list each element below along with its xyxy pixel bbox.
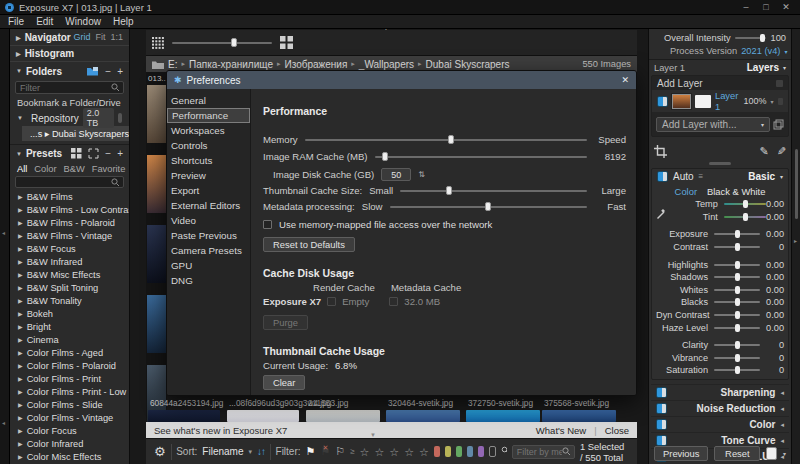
breadcrumb-segment[interactable]: Dubai Skyscrapers	[426, 59, 510, 70]
dialog-nav-performance[interactable]: Performance	[167, 108, 250, 123]
overall-intensity-slider[interactable]	[735, 37, 767, 39]
panel-enable-toggle-icon[interactable]	[656, 435, 667, 446]
shadows-slider[interactable]	[714, 276, 760, 278]
preset-folder[interactable]: ▶Bright	[10, 320, 129, 333]
folder-filter-input[interactable]	[15, 81, 124, 94]
add-bookmark-folder-icon[interactable]	[86, 66, 99, 76]
chevron-down-icon[interactable]: ▾	[783, 450, 786, 457]
layer-options-icon[interactable]	[776, 80, 783, 87]
gear-icon[interactable]: ⚙	[154, 444, 166, 459]
presets-header[interactable]: ▼ Presets − +	[10, 144, 129, 162]
keyword-key-icon[interactable]	[501, 446, 507, 457]
menu-window[interactable]: Window	[65, 16, 101, 27]
thumbnail[interactable]	[542, 410, 616, 422]
preset-folder[interactable]: ▶B&W Films	[10, 190, 129, 203]
add-layer-label[interactable]: Add Layer	[657, 78, 703, 89]
add-layer-with-dropdown[interactable]: Add Layer with... ▾	[656, 117, 770, 132]
dialog-nav-external-editors[interactable]: External Editors	[167, 198, 250, 213]
dialog-nav-preview[interactable]: Preview	[167, 168, 250, 183]
preset-folder[interactable]: ▶Color Films - Slide	[10, 398, 129, 411]
breadcrumb-drive[interactable]: E:	[168, 59, 177, 70]
presets-search-field[interactable]	[20, 177, 111, 187]
reset-button[interactable]: Reset	[714, 446, 760, 461]
preset-folder[interactable]: ▶Color Films - Vintage	[10, 411, 129, 424]
dialog-nav-camera-presets[interactable]: Camera Presets	[167, 243, 250, 258]
reset-to-defaults-button[interactable]: Reset to Defaults	[263, 237, 355, 252]
thumbnail-size-slider[interactable]	[172, 42, 272, 44]
nav-mode-grid[interactable]: Grid	[73, 32, 90, 42]
tint-slider[interactable]	[724, 216, 766, 218]
star-icon[interactable]: ☆	[374, 447, 384, 457]
clarity-slider[interactable]	[714, 344, 760, 346]
navigator-header[interactable]: ▶ Navigator Grid Fit 1:1	[10, 29, 129, 46]
thumbnail[interactable]	[227, 410, 299, 422]
auto-menu-icon[interactable]: ≡	[699, 172, 704, 181]
eyedropper-icon[interactable]	[656, 207, 667, 220]
collapse-left-icon[interactable]: ◂	[2, 229, 5, 236]
folders-header[interactable]: ▼ Folders − +	[10, 62, 129, 80]
layer-mask-thumbnail[interactable]	[695, 95, 711, 108]
whites-slider[interactable]	[714, 289, 760, 291]
contrast-slider[interactable]	[714, 246, 760, 248]
nav-mode-1-1[interactable]: 1:1	[110, 32, 123, 42]
metadata-filter-input[interactable]	[512, 445, 575, 459]
star-icon[interactable]: ☆	[404, 447, 414, 457]
thumbnail[interactable]	[147, 295, 166, 353]
previous-button[interactable]: Previous	[654, 446, 708, 461]
repository-row[interactable]: ▼ Repository 2.0 TB	[10, 110, 129, 126]
preset-folder[interactable]: ▶B&W Tonality	[10, 294, 129, 307]
thumbnail[interactable]	[306, 410, 380, 422]
saturation-slider[interactable]	[714, 369, 760, 371]
panel-enable-toggle-icon[interactable]	[656, 403, 667, 414]
new-layer-icon[interactable]	[773, 119, 784, 130]
dialog-nav-video[interactable]: Video	[167, 213, 250, 228]
expand-panel-icon[interactable]: ◂	[780, 437, 784, 445]
preset-folder[interactable]: ▶Color Misc Effects	[10, 450, 129, 463]
tab-black-white[interactable]: Black & White	[707, 186, 765, 197]
large-thumbnails-icon[interactable]	[280, 36, 293, 49]
expand-panel-icon[interactable]: ◂	[780, 421, 784, 429]
add-preset-icon[interactable]: +	[117, 148, 123, 159]
auto-button[interactable]: Auto	[673, 171, 694, 182]
repository-toggle[interactable]	[118, 113, 122, 123]
stepper-arrows-icon[interactable]: ⇅	[418, 170, 425, 179]
breadcrumb-segment[interactable]: Папка-хранилище	[189, 59, 273, 70]
window-close-button[interactable]: ✕	[777, 2, 795, 12]
grid-view-icon[interactable]	[71, 148, 82, 159]
expand-panel-icon[interactable]: ◂	[780, 405, 784, 413]
thumbnail[interactable]	[386, 410, 460, 422]
sort-direction-icon[interactable]: ↓↑	[257, 446, 265, 457]
presets-search-input[interactable]	[15, 176, 124, 188]
folder-filter-field[interactable]	[20, 83, 111, 93]
dialog-nav-general[interactable]: General	[167, 93, 250, 108]
preset-folder[interactable]: ▶B&W Misc Effects	[10, 268, 129, 281]
rating-operator[interactable]: ≥	[350, 447, 354, 456]
flag-unflagged-icon[interactable]: ⚐	[335, 445, 345, 458]
preset-folder[interactable]: ▶Color Films - Print - Low Contrast	[10, 385, 129, 398]
presets-tab-bw[interactable]: B&W	[64, 164, 85, 174]
color-label-purple[interactable]	[478, 446, 484, 457]
color-label-none[interactable]	[489, 446, 496, 457]
color-label-red[interactable]	[434, 446, 440, 457]
star-icon[interactable]: ☆	[360, 447, 370, 457]
menu-edit[interactable]: Edit	[36, 16, 53, 27]
preset-folder[interactable]: ▶Bokeh	[10, 307, 129, 320]
preset-folder[interactable]: ▶Cinema	[10, 333, 129, 346]
small-thumbnails-icon[interactable]	[152, 37, 164, 49]
dialog-nav-shortcuts[interactable]: Shortcuts	[167, 153, 250, 168]
metadata-slider[interactable]	[390, 206, 587, 208]
purge-button[interactable]: Purge	[263, 315, 308, 330]
star-icon[interactable]: ☆	[419, 447, 429, 457]
collapse-right-icon[interactable]: ▸	[794, 237, 797, 244]
dialog-nav-paste-previous[interactable]: Paste Previous	[167, 228, 250, 243]
metadata-filter-field[interactable]	[517, 447, 563, 457]
temp-slider[interactable]	[724, 203, 766, 205]
memory-slider[interactable]	[305, 139, 587, 141]
exposure-slider[interactable]	[714, 233, 760, 235]
highlights-slider[interactable]	[714, 264, 760, 266]
menu-file[interactable]: File	[8, 16, 24, 27]
collapse-left-icon[interactable]: ◂	[2, 419, 5, 426]
preset-folder[interactable]: ▶B&W Focus	[10, 242, 129, 255]
dialog-nav-dng[interactable]: DNG	[167, 273, 250, 288]
expand-presets-icon[interactable]	[88, 148, 99, 159]
